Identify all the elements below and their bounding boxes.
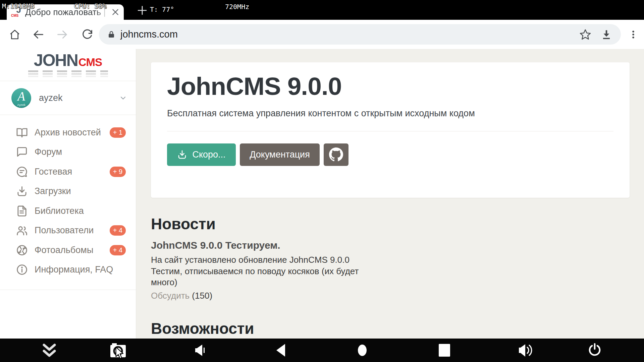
news-heading: Новости — [151, 215, 644, 233]
page-content: JohnCMS 9.0.0 Бесплатная система управле… — [137, 49, 644, 362]
news-post-title[interactable]: JohnCMS 9.0.0 Тестируем. — [151, 240, 644, 251]
logo-cms-text: CMS — [78, 57, 102, 68]
home-button[interactable] — [6, 20, 23, 49]
sidebar-item-forum[interactable]: Форум — [0, 142, 136, 162]
sidebar: JOHN CMS A Ayzek ayzek Архив новостей + … — [0, 49, 136, 362]
discuss-link[interactable]: Обсудить — [151, 291, 190, 301]
lock-icon — [107, 31, 115, 39]
sidebar-item-guestbook[interactable]: Гостевая + 9 — [0, 162, 136, 182]
browser-toolbar: johncms.com — [0, 20, 644, 49]
download-page-icon[interactable] — [601, 29, 612, 40]
status-cpu: CPU: 58% — [74, 2, 106, 10]
home-nav-icon[interactable] — [349, 339, 376, 362]
badge-count: + 4 — [110, 225, 126, 236]
status-temperature: T: 77° — [150, 5, 174, 13]
volume-down-icon[interactable] — [187, 339, 214, 362]
aperture-icon — [16, 244, 28, 256]
github-icon — [329, 147, 343, 162]
sidebar-item-news-archive[interactable]: Архив новостей + 1 — [0, 123, 136, 142]
hero-card: JohnCMS 9.0.0 Бесплатная система управле… — [151, 62, 630, 198]
news-post-body: На сайт установлено обновление JohnCMS 9… — [151, 254, 644, 288]
forward-button[interactable] — [54, 20, 71, 49]
mouse-cursor — [115, 347, 125, 361]
new-tab-button[interactable] — [135, 4, 150, 17]
news-section: Новости JohnCMS 9.0.0 Тестируем. На сайт… — [151, 215, 644, 301]
back-nav-icon[interactable] — [268, 339, 294, 362]
page-title: JohnCMS 9.0.0 — [167, 62, 613, 100]
sidebar-divider — [0, 290, 136, 290]
download-icon — [177, 149, 187, 160]
menu-kebab-icon[interactable] — [625, 20, 642, 49]
download-soon-label: Скоро... — [192, 149, 225, 160]
chevron-down-icon[interactable] — [119, 94, 127, 102]
status-frequency: 720MHz — [225, 3, 249, 11]
collapse-bar-icon[interactable] — [36, 339, 63, 362]
tab-close-icon[interactable] — [110, 6, 121, 18]
documentation-button[interactable]: Документация — [240, 143, 320, 166]
document-icon — [16, 205, 28, 217]
site-logo[interactable]: JOHN CMS — [0, 49, 136, 81]
volume-up-icon[interactable] — [512, 339, 539, 362]
android-nav-bar — [0, 339, 644, 362]
info-icon — [16, 264, 28, 276]
power-icon[interactable] — [581, 339, 608, 362]
sidebar-item-downloads[interactable]: Загрузки — [0, 182, 136, 201]
sidebar-item-users[interactable]: Пользователи + 4 — [0, 221, 136, 241]
book-open-icon — [16, 127, 28, 138]
sidebar-item-library[interactable]: Библиотека — [0, 201, 136, 221]
badge-count: + 1 — [110, 127, 126, 138]
back-button[interactable] — [30, 20, 47, 49]
user-menu[interactable]: A Ayzek ayzek — [0, 81, 136, 115]
bookmark-star-icon[interactable] — [579, 28, 591, 41]
users-icon — [16, 225, 28, 236]
url-text[interactable]: johncms.com — [120, 29, 178, 40]
badge-count: + 9 — [110, 167, 126, 177]
logo-stripes — [28, 70, 108, 78]
documentation-label: Документация — [250, 149, 310, 160]
discuss-count: (150) — [192, 291, 212, 301]
avatar: A Ayzek — [11, 88, 31, 108]
sidebar-item-photoalbums[interactable]: Фотоальбомы + 4 — [0, 240, 136, 260]
logo-john-text: JOHN — [34, 52, 78, 69]
page-subtitle: Бесплатная система управления контентом … — [167, 108, 613, 119]
badge-count: + 4 — [110, 245, 126, 255]
recents-nav-icon[interactable] — [431, 339, 458, 362]
github-button[interactable] — [324, 143, 348, 166]
divider — [167, 131, 613, 131]
reload-button[interactable] — [78, 20, 96, 49]
download-soon-button[interactable]: Скоро... — [167, 143, 236, 166]
features-heading: Возможности — [151, 320, 644, 338]
user-name: ayzek — [39, 93, 119, 103]
sidebar-item-info-faq[interactable]: Информация, FAQ — [0, 260, 136, 280]
chat-bubble-icon — [16, 146, 28, 158]
sidebar-menu: Архив новостей + 1 Форум Гостевая + 9 За… — [0, 115, 136, 280]
status-memory: M:1918MB — [2, 2, 34, 10]
address-bar[interactable]: johncms.com — [99, 24, 621, 45]
guestbook-icon — [16, 166, 28, 178]
download-icon — [16, 185, 28, 197]
